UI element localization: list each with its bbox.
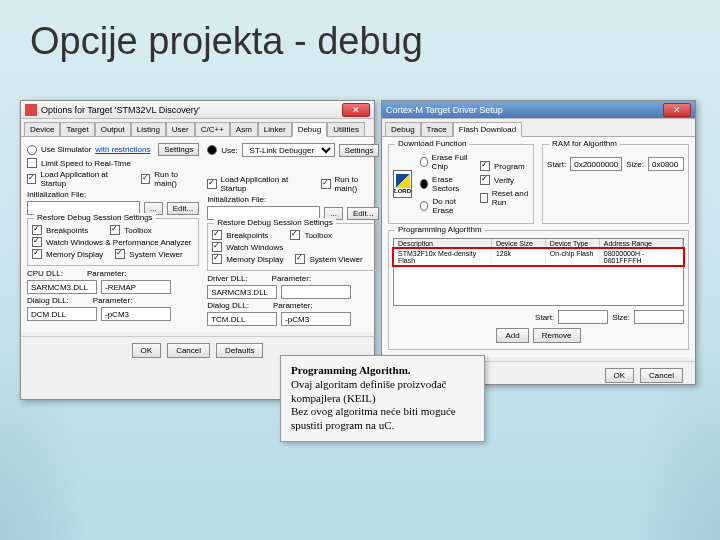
hw-bp-checkbox[interactable] [212,230,222,240]
reset-run-checkbox[interactable] [480,193,488,203]
tab-device[interactable]: Device [24,122,60,136]
sim-edit-button[interactable]: Edit... [167,202,199,215]
hw-load-app-checkbox[interactable] [207,179,216,189]
alg-size-label: Size: [612,313,630,322]
table-row[interactable]: STM32F10x Med-density Flash 128k On-chip… [394,249,683,265]
limit-speed-checkbox[interactable] [27,158,37,168]
hw-sysv-label: System Viewer [309,255,362,264]
callout-line2: Ovaj algoritam definiše proizvođač kompa… [291,378,474,406]
sim-watch-label: Watch Windows & Performance Analyzer [46,238,192,247]
hw-mem-checkbox[interactable] [212,254,222,264]
options-tabs: Device Target Output Listing User C/C++ … [21,119,374,137]
drv-param-input[interactable] [281,285,351,299]
cell-type: On-chip Flash [546,249,600,265]
add-button[interactable]: Add [496,328,528,343]
slide-title: Opcije projekta - debug [0,0,720,63]
callout-line3: Bez ovog algoritma neće biti moguće spus… [291,405,474,433]
do-not-erase-radio[interactable] [420,201,428,211]
tab-driver-debug[interactable]: Debug [385,122,421,136]
ram-start-input[interactable] [570,157,622,171]
sim-init-label: Initialization File: [27,190,86,199]
driver-settings-button[interactable]: Settings [339,144,380,157]
sim-mem-checkbox[interactable] [32,249,42,259]
tab-listing[interactable]: Listing [131,122,166,136]
tab-user[interactable]: User [166,122,195,136]
cancel-button[interactable]: Cancel [167,343,210,358]
hw-sysv-checkbox[interactable] [295,254,305,264]
use-simulator-label: Use Simulator [41,145,91,154]
col-address-range[interactable]: Address Range [600,239,683,248]
sim-watch-checkbox[interactable] [32,237,42,247]
cell-range: 08000000H - 0801FFFFH [600,249,683,265]
tab-target[interactable]: Target [60,122,94,136]
dlg-param-input[interactable] [101,307,171,321]
close-icon[interactable]: ✕ [342,103,370,117]
sim-run-main-checkbox[interactable] [141,174,150,184]
cell-desc: STM32F10x Med-density Flash [394,249,492,265]
cpu-dll-input[interactable] [27,280,97,294]
hw-run-main-checkbox[interactable] [321,179,330,189]
with-restrictions-link[interactable]: with restrictions [95,145,150,154]
tab-output[interactable]: Output [95,122,131,136]
driver-cancel-button[interactable]: Cancel [640,368,683,383]
tab-cpp[interactable]: C/C++ [195,122,230,136]
alg-size-input[interactable] [634,310,684,324]
tab-driver-trace[interactable]: Trace [421,122,453,136]
sim-restore-group: Restore Debug Session Settings [34,213,156,222]
app-icon [25,104,37,116]
options-titlebar[interactable]: Options for Target 'STM32VL Discovery' ✕ [21,101,374,119]
ram-size-input[interactable] [648,157,684,171]
callout-line1: Programming Algorithm. [291,364,474,378]
hw-watch-checkbox[interactable] [212,242,222,252]
hw-edit-button[interactable]: Edit... [347,207,379,220]
tab-asm[interactable]: Asm [230,122,258,136]
erase-full-label: Erase Full Chip [432,153,470,171]
hw-dlg-dll-input[interactable] [207,312,277,326]
prog-alg-group: Programming Algorithm [395,225,485,234]
col-device-size[interactable]: Device Size [492,239,546,248]
tab-linker[interactable]: Linker [258,122,292,136]
erase-sectors-radio[interactable] [420,179,428,189]
sim-toolbox-checkbox[interactable] [110,225,120,235]
sim-mem-label: Memory Display [46,250,103,259]
cell-size: 128k [492,249,546,265]
sim-load-app-checkbox[interactable] [27,174,36,184]
program-checkbox[interactable] [480,161,490,171]
col-device-type[interactable]: Device Type [546,239,600,248]
hw-watch-label: Watch Windows [226,243,283,252]
sim-bp-label: Breakpoints [46,226,88,235]
do-not-erase-label: Do not Erase [432,197,470,215]
driver-select[interactable]: ST-Link Debugger [242,143,335,157]
tab-debug[interactable]: Debug [292,122,328,137]
hw-dlg-dll-label: Dialog DLL: [207,301,249,310]
ok-button[interactable]: OK [132,343,162,358]
sim-sysv-checkbox[interactable] [115,249,125,259]
hw-dlg-param-input[interactable] [281,312,351,326]
drv-dll-input[interactable] [207,285,277,299]
download-function-group: Download Function [395,139,469,148]
remove-button[interactable]: Remove [533,328,581,343]
driver-ok-button[interactable]: OK [605,368,635,383]
use-label: Use: [221,146,237,155]
driver-titlebar[interactable]: Cortex-M Target Driver Setup ✕ [382,101,695,119]
verify-checkbox[interactable] [480,175,490,185]
erase-full-radio[interactable] [420,157,428,167]
alg-start-input[interactable] [558,310,608,324]
sim-toolbox-label: Toolbox [124,226,152,235]
use-simulator-radio[interactable] [27,145,37,155]
dlg-dll-input[interactable] [27,307,97,321]
cpu-param-input[interactable] [101,280,171,294]
sim-bp-checkbox[interactable] [32,225,42,235]
driver-close-icon[interactable]: ✕ [663,103,691,117]
use-driver-radio[interactable] [207,145,217,155]
defaults-button[interactable]: Defaults [216,343,263,358]
tab-flash-download[interactable]: Flash Download [453,122,522,137]
sim-settings-button[interactable]: Settings [158,143,199,156]
col-description[interactable]: Description [394,239,492,248]
ram-start-label: Start: [547,160,566,169]
tab-utilities[interactable]: Utilities [327,122,365,136]
erase-sectors-label: Erase Sectors [432,175,470,193]
options-title: Options for Target 'STM32VL Discovery' [41,105,200,115]
hw-toolbox-checkbox[interactable] [290,230,300,240]
sim-sysv-label: System Viewer [129,250,182,259]
